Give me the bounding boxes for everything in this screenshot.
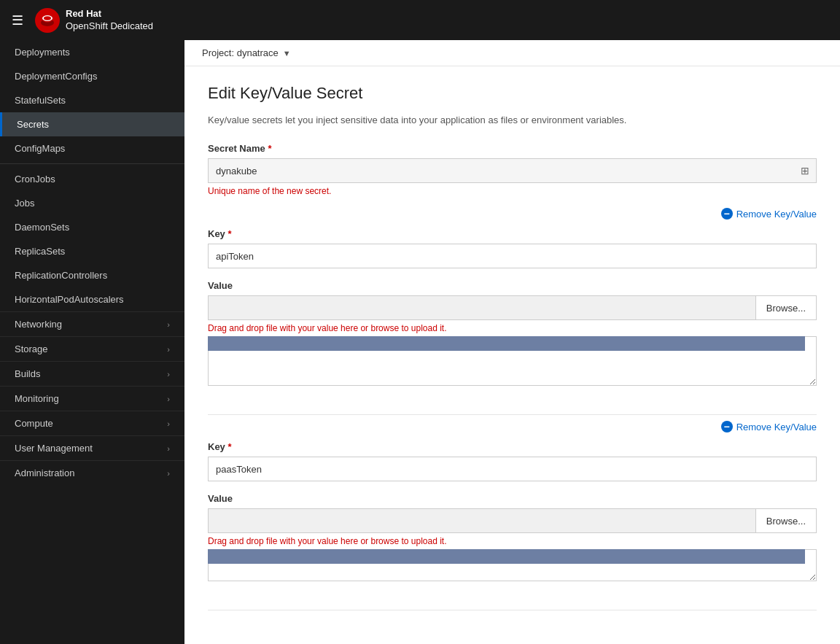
value2-upload-area: Browse... <box>208 508 817 533</box>
value1-drag-drop-text: Drag and drop file with your value here … <box>208 323 817 333</box>
key1-group: Key * <box>208 228 817 268</box>
key-value-block-1: − Remove Key/Value Key * Value Browse... <box>208 208 817 415</box>
secret-name-group: Secret Name * ⊞ Unique name of the new s… <box>208 143 817 196</box>
minus-circle-icon: − <box>721 208 733 220</box>
project-dropdown-icon[interactable]: ▼ <box>283 49 291 58</box>
required-indicator: * <box>228 441 231 452</box>
value1-group: Value Browse... Drag and drop file with … <box>208 280 817 388</box>
sidebar-section-compute[interactable]: Compute › <box>0 411 184 435</box>
redhat-logo-icon <box>35 8 60 33</box>
value1-label: Value <box>208 280 817 291</box>
chevron-right-icon: › <box>167 444 170 453</box>
sidebar-item-label: DaemonSets <box>15 222 69 233</box>
chevron-right-icon: › <box>167 320 170 329</box>
secret-name-label: Secret Name * <box>208 143 817 154</box>
page-title: Edit Key/Value Secret <box>208 84 817 103</box>
sidebar-item-secrets[interactable]: Secrets <box>0 112 184 136</box>
value2-group: Value Browse... Drag and drop file with … <box>208 493 817 583</box>
sidebar-item-label: CronJobs <box>15 174 55 185</box>
value1-textarea-wrapper <box>208 336 817 388</box>
sidebar-section-label: Storage <box>15 344 48 354</box>
chevron-right-icon: › <box>167 419 170 428</box>
sidebar-item-configmaps[interactable]: ConfigMaps <box>0 136 184 160</box>
copy-icon[interactable]: ⊞ <box>801 165 809 176</box>
sidebar-item-replicasets[interactable]: ReplicaSets <box>0 239 184 263</box>
sidebar-item-jobs[interactable]: Jobs <box>0 191 184 215</box>
sidebar-item-label: ReplicationControllers <box>15 270 107 281</box>
project-label: Project: dynatrace <box>202 47 279 58</box>
secret-name-input[interactable] <box>208 158 817 183</box>
sidebar-section-label: Builds <box>15 368 40 379</box>
sidebar-item-label: StatefulSets <box>15 95 66 106</box>
value1-file-display <box>208 295 755 320</box>
hamburger-menu[interactable]: ☰ <box>12 12 23 28</box>
value2-label: Value <box>208 493 817 504</box>
sidebar-item-statefulsets[interactable]: StatefulSets <box>0 88 184 112</box>
form-content: Edit Key/Value Secret Key/value secrets … <box>184 66 840 634</box>
value2-textarea-wrapper <box>208 549 817 583</box>
chevron-right-icon: › <box>167 370 170 379</box>
key1-label: Key * <box>208 228 817 239</box>
value1-textarea[interactable] <box>208 336 817 386</box>
required-indicator: * <box>268 143 271 154</box>
secret-name-input-wrapper: ⊞ <box>208 158 817 183</box>
key2-input[interactable] <box>208 457 817 481</box>
sidebar-section-label: Compute <box>15 418 53 429</box>
required-indicator: * <box>228 228 231 239</box>
chevron-right-icon: › <box>167 469 170 478</box>
sidebar-section-administration[interactable]: Administration › <box>0 460 184 485</box>
sidebar-item-deploymentconfigs[interactable]: DeploymentConfigs <box>0 64 184 88</box>
sidebar-section-label: Administration <box>15 468 74 478</box>
svg-point-4 <box>44 16 51 20</box>
sidebar: Deployments DeploymentConfigs StatefulSe… <box>0 40 184 644</box>
value2-textarea[interactable] <box>208 549 817 581</box>
value1-upload-area: Browse... <box>208 295 817 320</box>
sidebar-item-label: DeploymentConfigs <box>15 71 97 82</box>
chevron-right-icon: › <box>167 345 170 354</box>
sidebar-item-daemonsets[interactable]: DaemonSets <box>0 215 184 239</box>
value1-browse-button[interactable]: Browse... <box>755 295 817 320</box>
key1-input[interactable] <box>208 244 817 268</box>
sidebar-item-horizontalpodautoscalers[interactable]: HorizontalPodAutoscalers <box>0 287 184 311</box>
brand-text: Red Hat OpenShift Dedicated <box>66 8 153 33</box>
sidebar-item-label: Jobs <box>15 198 34 209</box>
sidebar-section-storage[interactable]: Storage › <box>0 336 184 361</box>
value2-file-display <box>208 508 755 533</box>
sidebar-section-label: User Management <box>15 443 93 454</box>
sidebar-section-user-management[interactable]: User Management › <box>0 435 184 460</box>
sidebar-item-cronjobs[interactable]: CronJobs <box>0 167 184 191</box>
remove-label: Remove Key/Value <box>736 422 817 432</box>
remove-label: Remove Key/Value <box>736 209 817 220</box>
sidebar-section-networking[interactable]: Networking › <box>0 311 184 336</box>
project-bar: Project: dynatrace ▼ <box>184 40 840 66</box>
sidebar-item-replicationcontrollers[interactable]: ReplicationControllers <box>0 263 184 287</box>
chevron-right-icon: › <box>167 395 170 403</box>
sidebar-item-label: ReplicaSets <box>15 246 65 257</box>
sidebar-item-label: Secrets <box>17 119 49 130</box>
sidebar-section-monitoring[interactable]: Monitoring › <box>0 386 184 411</box>
key2-group: Key * <box>208 441 817 481</box>
header: ☰ Red Hat OpenShift Dedicated <box>0 0 840 40</box>
secret-name-hint: Unique name of the new secret. <box>208 186 817 196</box>
sidebar-section-label: Networking <box>15 319 62 330</box>
sidebar-item-label: Deployments <box>15 47 70 58</box>
sidebar-section-builds[interactable]: Builds › <box>0 361 184 386</box>
main-content: Project: dynatrace ▼ Edit Key/Value Secr… <box>184 40 840 644</box>
page-description: Key/value secrets let you inject sensiti… <box>208 115 817 125</box>
key-value-block-2: − Remove Key/Value Key * Value Browse... <box>208 421 817 610</box>
key2-label: Key * <box>208 441 817 452</box>
minus-circle-icon: − <box>721 421 733 432</box>
sidebar-section-label: Monitoring <box>15 393 59 404</box>
remove-key-value-1[interactable]: − Remove Key/Value <box>208 208 817 220</box>
logo: Red Hat OpenShift Dedicated <box>35 8 153 33</box>
sidebar-item-deployments[interactable]: Deployments <box>0 40 184 64</box>
sidebar-item-label: ConfigMaps <box>15 143 65 154</box>
value2-drag-drop-text: Drag and drop file with your value here … <box>208 536 817 546</box>
remove-key-value-2[interactable]: − Remove Key/Value <box>208 421 817 432</box>
value2-browse-button[interactable]: Browse... <box>755 508 817 533</box>
sidebar-item-label: HorizontalPodAutoscalers <box>15 294 124 305</box>
